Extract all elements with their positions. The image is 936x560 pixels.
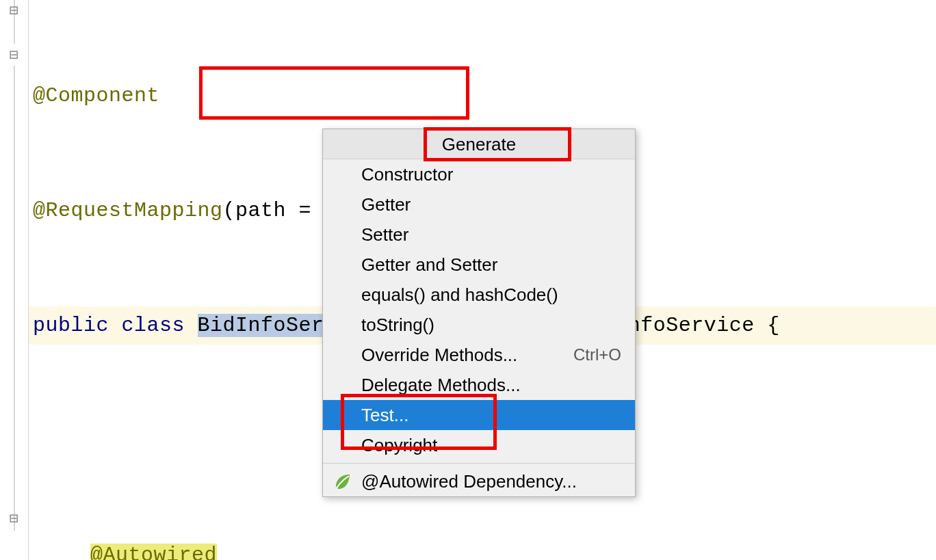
code-line: @Component	[29, 77, 936, 115]
popup-title: Generate	[323, 129, 635, 159]
param-name: path	[235, 199, 299, 222]
brace: {	[767, 314, 780, 337]
fold-toggle-icon[interactable]: ⊟	[5, 511, 22, 528]
editor-gutter: ⊟ ⊟ ⊟	[0, 0, 29, 560]
spring-leaf-icon	[334, 472, 352, 490]
code-line: @Autowired	[29, 536, 936, 560]
kw-public: public	[33, 314, 122, 337]
menu-item-label: @Autowired Dependency...	[361, 471, 577, 492]
paren: (	[223, 199, 236, 222]
menu-item-constructor[interactable]: Constructor	[323, 159, 635, 189]
kw-class: class	[122, 314, 198, 337]
menu-shortcut: Ctrl+O	[573, 340, 621, 370]
menu-item-test[interactable]: Test...	[323, 400, 635, 430]
menu-item-equals-hashcode[interactable]: equals() and hashCode()	[323, 280, 635, 310]
menu-item-setter[interactable]: Setter	[323, 219, 635, 250]
menu-item-label: Delegate Methods...	[361, 375, 521, 395]
menu-item-label: Setter	[361, 224, 408, 245]
equals: =	[299, 199, 324, 222]
annotation-component: @Component	[33, 84, 159, 107]
menu-item-getter-setter[interactable]: Getter and Setter	[323, 250, 635, 280]
menu-item-label: equals() and hashCode()	[361, 284, 558, 305]
menu-item-label: Test...	[361, 405, 408, 425]
menu-item-delegate-methods[interactable]: Delegate Methods...	[323, 370, 635, 400]
menu-item-tostring[interactable]: toString()	[323, 310, 635, 340]
menu-separator	[323, 463, 635, 464]
menu-item-label: Copyright	[361, 435, 437, 455]
menu-item-label: toString()	[361, 315, 434, 335]
generate-popup: Generate Constructor Getter Setter Gette…	[322, 129, 636, 497]
menu-item-label: Override Methods...	[361, 345, 517, 365]
menu-item-label: Constructor	[361, 164, 453, 185]
annotation-requestmapping: @RequestMapping	[33, 199, 223, 222]
menu-item-override-methods[interactable]: Override Methods...Ctrl+O	[323, 340, 635, 370]
fold-toggle-icon[interactable]: ⊟	[5, 48, 22, 64]
fold-toggle-icon[interactable]: ⊟	[5, 3, 22, 20]
menu-item-copyright[interactable]: Copyright	[323, 430, 635, 460]
menu-item-autowired-dependency[interactable]: @Autowired Dependency...	[323, 466, 635, 496]
menu-item-label: Getter	[361, 194, 411, 215]
menu-item-getter[interactable]: Getter	[323, 189, 635, 219]
annotation-autowired: @Autowired	[90, 544, 217, 560]
menu-item-label: Getter and Setter	[361, 254, 497, 275]
fold-line	[14, 66, 15, 531]
